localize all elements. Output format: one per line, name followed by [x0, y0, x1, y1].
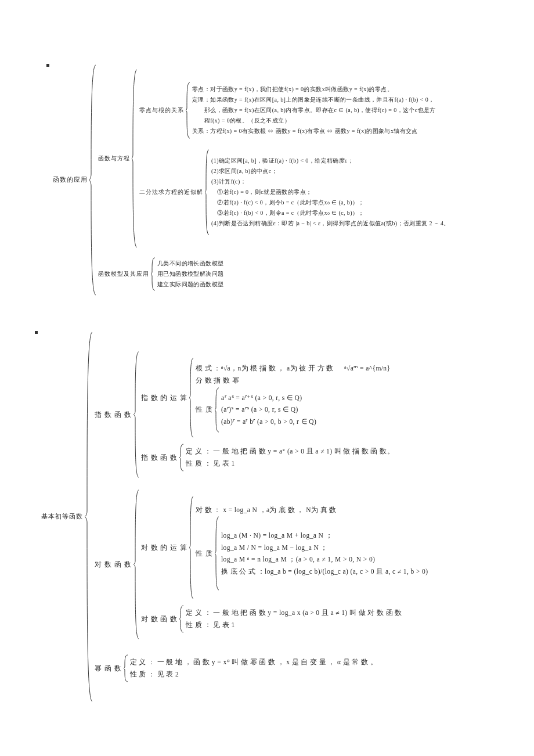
text-line: 根 式 ：ⁿ√a，n为 根 指 数 ， a为 被 开 方 数 ⁿ√aᵐ = a^…	[196, 362, 390, 375]
text-line: ③若f(c) · f(b) < 0，则令a = c（此时零点x₀ ∈ (c, b…	[211, 208, 450, 218]
text-line: 那么，函数y = f(x)在区间(a, b)内有零点。即存在c ∈ (a, b)…	[192, 105, 436, 116]
brace-icon	[184, 81, 192, 139]
exp-ops: 指 数 的 运 算 根 式 ：ⁿ√a，n为 根 指 数 ， a为 被 开 方 数…	[141, 357, 394, 438]
text-line: 定 义 ： 一 般 地 ， 函 数 y = xᵅ 叫 做 幂 函 数 ， x 是…	[130, 656, 377, 668]
text-line: (3)计算f(c)：	[211, 177, 450, 187]
brace-icon	[130, 69, 139, 249]
text-line: (ab)ʳ = aʳ bʳ (a > 0, b > 0, r ∈ Q)	[221, 416, 316, 428]
page-root: 函数的应用 函数与方程 零点与根的关系	[0, 0, 534, 756]
text-line: log_a M / N = log_a M − log_a N ；	[221, 542, 428, 554]
sub-label: 性 质	[196, 387, 213, 433]
sub-label: 二分法求方程的近似解	[139, 149, 203, 236]
text-line: 建立实际问题的函数模型	[157, 279, 223, 290]
text-line: 性 质 ： 见 表 2	[130, 668, 377, 681]
text-line: aʳ aˢ = aʳ⁺ˢ (a > 0, r, s ∈ Q)	[221, 392, 316, 404]
text-line: 性 质 ： 见 表 1	[186, 619, 402, 631]
brace-icon	[83, 331, 95, 703]
brace-icon	[132, 351, 141, 478]
branch-pow: 幂 函 数 定 义 ： 一 般 地 ， 函 数 y = xᵅ 叫 做 幂 函 数…	[95, 654, 428, 683]
branch-label: 对 数 函 数	[95, 489, 132, 640]
exp-fn: 指 数 函 数 定 义 ： 一 般 地 把 函 数 y = aˣ (a > 0 …	[141, 443, 394, 472]
brace-icon	[187, 495, 196, 600]
sub-label: 对 数 函 数	[141, 604, 178, 633]
branch-fn-eq: 函数与方程 零点与根的关系 零点：对于函数y = f(x)，我们把使f	[98, 69, 450, 249]
sub-bisection: 二分法求方程的近似解 (1)确定区间[a, b]，验证f(a) · f(b) <…	[139, 149, 450, 236]
text-line: 定 义 ： 一 般 地 把 函 数 y = log_a x (a > 0 且 a…	[186, 607, 402, 619]
text-line: (4)判断是否达到精确度ε：即若 |a − b| < ε，则得到零点的近似值a(…	[211, 218, 450, 229]
sub-label: 对 数 的 运 算	[141, 495, 188, 600]
text-line: 零点：对于函数y = f(x)，我们把使f(x) = 0的实数x叫做函数y = …	[192, 84, 436, 95]
brace-icon	[178, 604, 186, 633]
brace-icon	[213, 387, 221, 433]
root-label-bottom: 基本初等函数	[41, 331, 83, 703]
sub-lines: 零点：对于函数y = f(x)，我们把使f(x) = 0的实数x叫做函数y = …	[192, 81, 436, 139]
text-line: log_a (M · N) = log_a M + log_a N ；	[221, 530, 428, 542]
text-line: ②若f(a) · f(c) < 0，则令b = c（此时零点x₀ ∈ (a, b…	[211, 197, 450, 208]
text-line: 几类不同的增长函数模型	[157, 258, 223, 269]
text-line: 程f(x) = 0的根。（反之不成立）	[192, 116, 436, 126]
block-elementary-fn: 基本初等函数 指 数 函 数 指 数 的 运 算	[12, 331, 522, 703]
log-ops-prop: 性 质 log_a (M · N) = log_a M + log_a N ； …	[196, 516, 428, 591]
text-line: 定 义 ： 一 般 地 把 函 数 y = aˣ (a > 0 且 a ≠ 1)…	[186, 445, 394, 458]
brace-icon	[213, 516, 221, 591]
branch-log: 对 数 函 数 对 数 的 运 算 对 数 ： x = log_a N	[95, 489, 428, 640]
text-line: 关系：方程f(x) = 0有实数根 ⇔ 函数y = f(x)有零点 ⇔ 函数y …	[192, 126, 436, 136]
sub-label: 零点与根的关系	[139, 81, 184, 139]
log-ops: 对 数 的 运 算 对 数 ： x = log_a N ，a为 底 数 ， N为…	[141, 495, 428, 600]
text-line: (aʳ)ˢ = aʳˢ (a > 0, r, s ∈ Q)	[221, 404, 316, 416]
branch-label: 函数模型及其应用	[98, 257, 149, 291]
branch-exp: 指 数 函 数 指 数 的 运 算 根 式 ：ⁿ√a，n为 根 指 数	[95, 351, 428, 478]
root-label-top: 函数的应用	[53, 64, 88, 296]
brace-icon	[132, 489, 141, 640]
branch-label: 指 数 函 数	[95, 351, 132, 478]
sub-label: 指 数 的 运 算	[141, 357, 188, 438]
text-line: 性 质 ： 见 表 1	[186, 458, 394, 470]
brace-icon	[88, 64, 98, 296]
text-line: (2)求区间(a, b)的中点c；	[211, 166, 450, 177]
branch-lines: 几类不同的增长函数模型 用已知函数模型解决问题 建立实际问题的函数模型	[157, 257, 223, 291]
branch-label: 幂 函 数	[95, 654, 122, 683]
brace-icon	[178, 443, 186, 472]
text-line: log_a M ⁿ = n log_a M ；(a > 0, a ≠ 1, M …	[221, 553, 428, 566]
block-function-application: 函数的应用 函数与方程 零点与根的关系	[12, 64, 522, 296]
text-line: 换 底 公 式 ：log_a b = (log_c b)/(log_c a) (…	[221, 566, 428, 578]
text-line: (1)确定区间[a, b]，验证f(a) · f(b) < 0，给定精确度ε；	[211, 156, 450, 166]
sub-label: 指 数 函 数	[141, 443, 178, 472]
sub-lines: (1)确定区间[a, b]，验证f(a) · f(b) < 0，给定精确度ε； …	[211, 149, 450, 236]
brace-icon	[187, 357, 196, 438]
bullet-icon	[46, 64, 49, 67]
brace-icon	[203, 149, 211, 236]
text-line: 对 数 ： x = log_a N ，a为 底 数 ， N为 真 数	[196, 504, 428, 516]
brace-icon	[149, 257, 157, 291]
sub-zero-root: 零点与根的关系 零点：对于函数y = f(x)，我们把使f(x) = 0的实数x…	[139, 81, 450, 139]
text-line: 用已知函数模型解决问题	[157, 269, 223, 279]
branch-label: 函数与方程	[98, 69, 130, 249]
exp-ops-prop: 性 质 aʳ aˢ = aʳ⁺ˢ (a > 0, r, s ∈ Q) (aʳ)ˢ…	[196, 387, 390, 433]
branch-fn-model: 函数模型及其应用 几类不同的增长函数模型 用已知函数模型解决问题 建立实际问题的…	[98, 257, 450, 291]
log-fn: 对 数 函 数 定 义 ： 一 般 地 把 函 数 y = log_a x (a…	[141, 604, 428, 633]
text-line: 分 数 指 数 幂	[196, 375, 390, 387]
text-line: ①若f(c) = 0，则c就是函数的零点；	[211, 187, 450, 197]
text-line: 定理：如果函数y = f(x)在区间[a, b]上的图象是连续不断的一条曲线，并…	[192, 95, 436, 105]
brace-icon	[122, 654, 130, 683]
sub-label: 性 质	[196, 516, 213, 591]
bullet-icon	[35, 331, 38, 334]
